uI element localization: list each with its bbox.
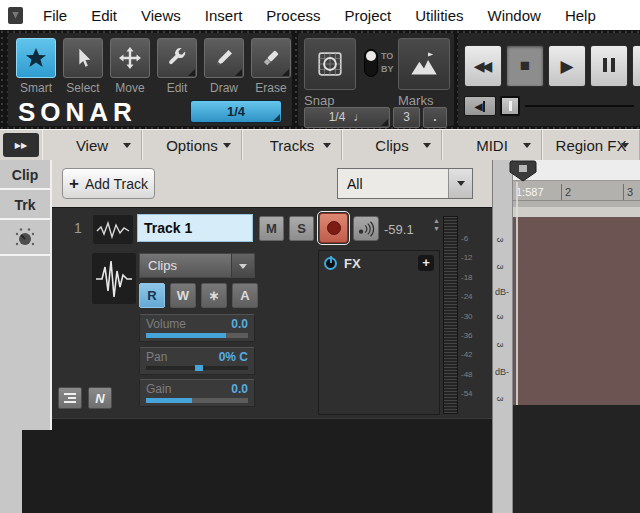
volume-fader[interactable]: Volume 0.0 xyxy=(139,314,255,342)
input-echo-icon xyxy=(357,221,375,237)
erase-tool-button[interactable] xyxy=(251,38,291,78)
position-track[interactable] xyxy=(525,105,634,107)
menu-tracks-dropdown[interactable]: Tracks xyxy=(242,130,342,160)
snap-module: TO BY Snap Marks 1/4♩ 3 . xyxy=(298,33,454,126)
stop-button[interactable]: ■ xyxy=(506,45,544,87)
empty-track-area[interactable] xyxy=(22,418,492,513)
snap-label: Snap xyxy=(304,93,334,108)
expand-menus-button[interactable]: ▶▶ xyxy=(3,133,39,157)
move-tool-button[interactable] xyxy=(110,38,150,78)
menu-options-dropdown[interactable]: Options xyxy=(142,130,242,160)
meter-scale-labels: -6 -12 -18 -24 -30 -36 -42 -48 -54 xyxy=(461,234,487,398)
menu-regionfx-dropdown[interactable]: Region FX xyxy=(542,130,640,160)
automation-write-button[interactable]: W xyxy=(170,283,196,308)
fx-add-button[interactable]: + xyxy=(418,255,434,271)
go-to-start-button[interactable]: ◀ xyxy=(464,96,496,116)
meter-label: -36 xyxy=(461,331,487,340)
menu-file[interactable]: File xyxy=(31,7,79,24)
pan-slider[interactable] xyxy=(146,366,248,370)
star-icon xyxy=(24,46,48,70)
track-name-input[interactable]: Track 1 xyxy=(137,214,253,242)
menu-utilities[interactable]: Utilities xyxy=(403,7,475,24)
spin-down-icon[interactable]: ▼ xyxy=(433,225,440,233)
toggle-ball xyxy=(366,51,376,61)
select-tool-button[interactable] xyxy=(63,38,103,78)
snap-settings-row: 1/4♩ 3 . xyxy=(304,107,447,128)
volume-slider[interactable] xyxy=(146,333,248,338)
track-1-clip-lane[interactable] xyxy=(513,217,640,405)
snap-button[interactable] xyxy=(304,38,356,90)
caret-down-icon xyxy=(123,143,131,148)
menu-help[interactable]: Help xyxy=(553,7,608,24)
input-echo-button[interactable] xyxy=(353,216,379,241)
meter-label: -24 xyxy=(461,292,487,301)
spin-up-icon[interactable]: ▲ xyxy=(433,217,440,225)
track-lanes-button[interactable] xyxy=(58,387,82,409)
fx-power-icon[interactable] xyxy=(324,257,337,270)
measure-tick xyxy=(561,184,562,200)
pan-thumb[interactable] xyxy=(195,365,203,371)
tab-clip[interactable]: Clip xyxy=(0,160,50,190)
tab-synth-rack[interactable] xyxy=(0,220,50,256)
draw-tool-button[interactable] xyxy=(204,38,244,78)
snap-value-button[interactable]: 1/4♩ xyxy=(304,107,390,128)
filter-caret-button[interactable] xyxy=(448,169,472,198)
record-arm-button[interactable] xyxy=(319,213,348,243)
pan-fader[interactable]: Pan 0% C xyxy=(139,347,255,375)
input-level-value[interactable]: -59.1 xyxy=(384,222,414,237)
automation-archive-button[interactable]: A xyxy=(232,283,258,308)
play-button[interactable]: ▶ xyxy=(548,45,586,87)
fast-forward-button[interactable]: ▶ xyxy=(632,45,640,87)
track-notes-button[interactable]: N xyxy=(88,387,112,409)
gain-slider[interactable] xyxy=(146,398,248,403)
draw-resolution-button[interactable]: 1/4 xyxy=(190,100,282,123)
snap-to-by-toggle[interactable] xyxy=(364,49,378,77)
automation-read-button[interactable]: R xyxy=(139,283,165,308)
track-type-waveform-icon[interactable] xyxy=(93,215,133,244)
menu-edit[interactable]: Edit xyxy=(79,7,129,24)
rewind-button[interactable]: ◀◀ xyxy=(464,45,502,87)
menu-views[interactable]: Views xyxy=(129,7,193,24)
menu-insert[interactable]: Insert xyxy=(193,7,255,24)
menu-process[interactable]: Process xyxy=(254,7,332,24)
track-filter-dropdown[interactable]: All xyxy=(337,168,473,199)
add-track-button[interactable]: + Add Track xyxy=(62,168,155,199)
caret-down-icon xyxy=(457,181,465,186)
tool-label-move: Move xyxy=(108,81,152,95)
pause-button[interactable] xyxy=(590,45,628,87)
snap-dot-button[interactable]: . xyxy=(423,107,447,128)
menu-view-dropdown[interactable]: View xyxy=(42,130,142,160)
audio-waveform-icon xyxy=(92,253,136,304)
app-icon[interactable] xyxy=(8,7,23,24)
clips-pane-empty[interactable] xyxy=(513,405,640,513)
menu-project[interactable]: Project xyxy=(332,7,403,24)
automation-snapshot-button[interactable]: ∗ xyxy=(201,283,227,308)
edit-tool-button[interactable] xyxy=(157,38,197,78)
ruler-baseline xyxy=(513,200,640,201)
clips-caret-button[interactable] xyxy=(231,254,254,277)
marks-button[interactable] xyxy=(398,38,450,90)
solo-button[interactable]: S xyxy=(289,216,314,241)
gain-fader[interactable]: Gain 0.0 xyxy=(139,379,255,407)
snap-count-button[interactable]: 3 xyxy=(393,107,420,128)
position-marker-handle[interactable] xyxy=(500,96,520,116)
level-spinner[interactable]: ▲ ▼ xyxy=(433,217,440,233)
now-time-cursor[interactable] xyxy=(516,182,518,405)
audio-scale-ruler[interactable]: 3 3 dB- 3 3 dB- 3 xyxy=(492,160,513,513)
pan-label: Pan xyxy=(146,350,167,364)
smart-tool-button[interactable] xyxy=(16,38,56,78)
tab-trk[interactable]: Trk xyxy=(0,190,50,220)
menu-window[interactable]: Window xyxy=(476,7,553,24)
pencil-icon xyxy=(213,47,235,69)
fx-bin[interactable]: FX + xyxy=(318,250,440,415)
menubar: File Edit Views Insert Process Project U… xyxy=(0,0,640,30)
menu-clips-dropdown[interactable]: Clips xyxy=(342,130,442,160)
clips-mode-dropdown[interactable]: Clips xyxy=(139,253,255,278)
menu-midi-dropdown[interactable]: MIDI xyxy=(442,130,542,160)
menu-view-label: View xyxy=(76,137,108,154)
time-ruler[interactable]: 1:587 2 3 xyxy=(513,180,640,207)
now-time-marker[interactable] xyxy=(509,160,537,182)
scale-label: 3 xyxy=(495,264,505,269)
mute-button[interactable]: M xyxy=(259,216,284,241)
scale-label: 3 xyxy=(495,237,505,242)
